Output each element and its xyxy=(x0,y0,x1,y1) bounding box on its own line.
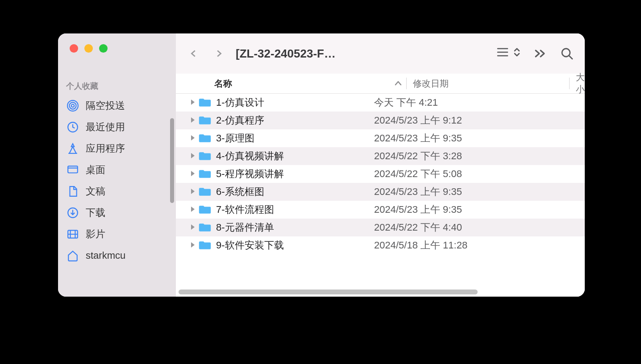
file-name: 7-软件流程图 xyxy=(216,203,367,216)
disclosure-triangle-icon[interactable] xyxy=(187,241,198,250)
disclosure-triangle-icon[interactable] xyxy=(187,98,198,108)
window-controls xyxy=(58,33,176,68)
toolbar-overflow-button[interactable] xyxy=(533,46,547,61)
file-name: 2-仿真程序 xyxy=(216,114,367,127)
svg-marker-9 xyxy=(191,171,195,176)
sidebar-item-label: 影片 xyxy=(86,228,105,241)
finder-window: 个人收藏 隔空投送最近使用应用程序桌面文稿下载影片starkmcu [ZL-32… xyxy=(58,33,585,297)
file-list: 1-仿真设计今天 下午 4:212-仿真程序2024/5/23 上午 9:123… xyxy=(176,94,585,287)
svg-marker-12 xyxy=(191,224,195,230)
sidebar-item-label: 文稿 xyxy=(86,185,105,198)
sidebar-item-clock[interactable]: 最近使用 xyxy=(58,116,176,138)
disclosure-triangle-icon[interactable] xyxy=(187,205,198,215)
disclosure-triangle-icon[interactable] xyxy=(187,152,198,161)
file-row[interactable]: 4-仿真视频讲解2024/5/22 下午 3:28 xyxy=(176,147,585,165)
file-name: 8-元器件清单 xyxy=(216,221,367,234)
nav-back-button[interactable] xyxy=(184,44,204,63)
download-icon xyxy=(66,206,79,219)
svg-marker-8 xyxy=(191,153,195,158)
movie-icon xyxy=(66,228,79,241)
disclosure-triangle-icon[interactable] xyxy=(187,170,198,179)
clock-icon xyxy=(66,120,79,134)
sidebar-section-title: 个人收藏 xyxy=(58,68,176,95)
sidebar-item-desktop[interactable]: 桌面 xyxy=(58,159,176,181)
sidebar-item-download[interactable]: 下载 xyxy=(58,202,176,223)
chevron-up-down-icon xyxy=(513,47,520,60)
file-row[interactable]: 8-元器件清单2024/5/22 下午 4:40 xyxy=(176,219,585,236)
folder-icon xyxy=(198,150,212,162)
file-date: 2024/5/23 上午 9:12 xyxy=(367,114,530,127)
disclosure-triangle-icon[interactable] xyxy=(187,116,198,125)
file-name: 6-系统框图 xyxy=(216,185,367,199)
folder-icon xyxy=(198,186,212,198)
file-date: 今天 下午 4:21 xyxy=(367,96,530,109)
list-icon xyxy=(496,47,509,60)
column-headers: 名称 修改日期 大小 xyxy=(176,74,585,94)
file-name: 5-程序视频讲解 xyxy=(216,167,367,181)
file-name: 9-软件安装下载 xyxy=(216,239,367,252)
file-name: 3-原理图 xyxy=(216,132,367,145)
minimize-button[interactable] xyxy=(84,44,93,53)
horizontal-scrollbar-thumb[interactable] xyxy=(179,290,478,294)
file-date: 2024/5/22 下午 4:40 xyxy=(367,221,530,234)
svg-marker-6 xyxy=(191,117,195,123)
file-row[interactable]: 6-系统框图2024/5/23 上午 9:35 xyxy=(176,183,585,201)
file-date: 2024/5/22 下午 5:08 xyxy=(367,167,530,181)
file-name: 4-仿真视频讲解 xyxy=(216,149,367,163)
column-size[interactable]: 大小 xyxy=(570,71,585,95)
folder-icon xyxy=(198,222,212,233)
maximize-button[interactable] xyxy=(99,44,108,53)
file-row[interactable]: 1-仿真设计今天 下午 4:21 xyxy=(176,94,585,112)
column-date-label: 修改日期 xyxy=(413,79,449,88)
file-row[interactable]: 3-原理图2024/5/23 上午 9:35 xyxy=(176,129,585,147)
file-row[interactable]: 5-程序视频讲解2024/5/22 下午 5:08 xyxy=(176,165,585,183)
file-date: 2024/5/23 上午 9:35 xyxy=(367,185,530,199)
folder-icon xyxy=(198,240,212,251)
file-date: 2024/5/23 上午 9:35 xyxy=(367,203,530,216)
sidebar-item-home[interactable]: starkmcu xyxy=(58,245,176,266)
window-title: [ZL-32-240523-F… xyxy=(236,47,336,61)
column-date[interactable]: 修改日期 xyxy=(407,78,569,90)
file-row[interactable]: 2-仿真程序2024/5/23 上午 9:12 xyxy=(176,112,585,129)
sidebar-item-label: 最近使用 xyxy=(86,120,125,134)
view-mode-list-button[interactable] xyxy=(496,47,520,60)
sidebar-item-airdrop[interactable]: 隔空投送 xyxy=(58,95,176,116)
disclosure-triangle-icon[interactable] xyxy=(187,134,198,143)
sort-ascending-icon xyxy=(395,79,402,89)
folder-icon xyxy=(198,115,212,126)
desktop-icon xyxy=(66,163,79,177)
sidebar-item-doc[interactable]: 文稿 xyxy=(58,181,176,202)
nav-forward-button[interactable] xyxy=(209,44,229,63)
column-name-label: 名称 xyxy=(214,78,232,90)
horizontal-scrollbar-track[interactable] xyxy=(176,287,585,297)
doc-icon xyxy=(66,185,79,198)
airdrop-icon xyxy=(66,99,79,112)
file-date: 2024/5/23 上午 9:35 xyxy=(367,132,530,145)
file-date: 2024/5/22 下午 3:28 xyxy=(367,149,530,163)
search-button[interactable] xyxy=(560,46,574,61)
sidebar-item-label: 应用程序 xyxy=(86,142,125,155)
disclosure-triangle-icon[interactable] xyxy=(187,187,198,197)
file-row[interactable]: 7-软件流程图2024/5/23 上午 9:35 xyxy=(176,201,585,219)
svg-line-4 xyxy=(569,56,572,59)
svg-marker-13 xyxy=(191,242,195,248)
folder-icon xyxy=(198,132,212,144)
column-name[interactable]: 名称 xyxy=(176,78,406,90)
svg-marker-10 xyxy=(191,189,195,194)
sidebar: 个人收藏 隔空投送最近使用应用程序桌面文稿下载影片starkmcu xyxy=(58,33,176,297)
disclosure-triangle-icon[interactable] xyxy=(187,223,198,232)
sidebar-scrollbar[interactable] xyxy=(170,118,174,203)
sidebar-item-label: 隔空投送 xyxy=(86,99,125,112)
sidebar-item-apps[interactable]: 应用程序 xyxy=(58,138,176,159)
svg-marker-7 xyxy=(191,135,195,141)
sidebar-item-movie[interactable]: 影片 xyxy=(58,223,176,245)
main-panel: [ZL-32-240523-F… xyxy=(176,33,585,297)
folder-icon xyxy=(198,97,212,108)
svg-marker-5 xyxy=(191,99,195,105)
file-row[interactable]: 9-软件安装下载2024/5/18 上午 11:28 xyxy=(176,236,585,254)
folder-icon xyxy=(198,204,212,215)
close-button[interactable] xyxy=(70,44,78,53)
apps-icon xyxy=(66,142,79,155)
column-size-label: 大小 xyxy=(576,72,585,94)
sidebar-item-label: 桌面 xyxy=(86,163,105,177)
